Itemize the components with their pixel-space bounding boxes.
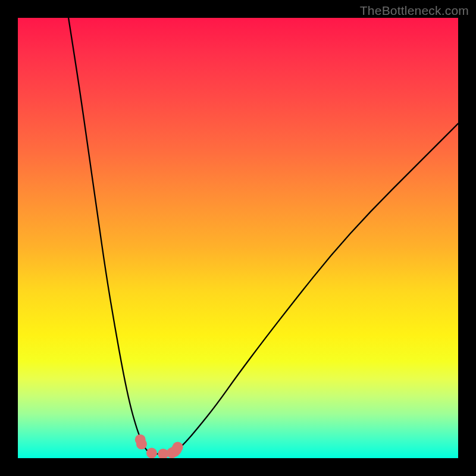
valley-dot <box>135 434 146 445</box>
valley-dots-group <box>135 434 183 458</box>
valley-dot <box>167 447 177 458</box>
valley-dot <box>158 449 168 458</box>
valley-dot <box>169 446 180 457</box>
bottleneck-curve <box>68 18 458 454</box>
valley-dot <box>146 447 157 458</box>
plot-area <box>18 18 458 458</box>
watermark-text: TheBottleneck.com <box>360 4 469 18</box>
valley-dot <box>171 444 181 455</box>
chart-frame: TheBottleneck.com <box>0 0 476 476</box>
curve-layer <box>18 18 458 458</box>
valley-dot <box>173 442 183 453</box>
valley-dot <box>136 439 147 449</box>
